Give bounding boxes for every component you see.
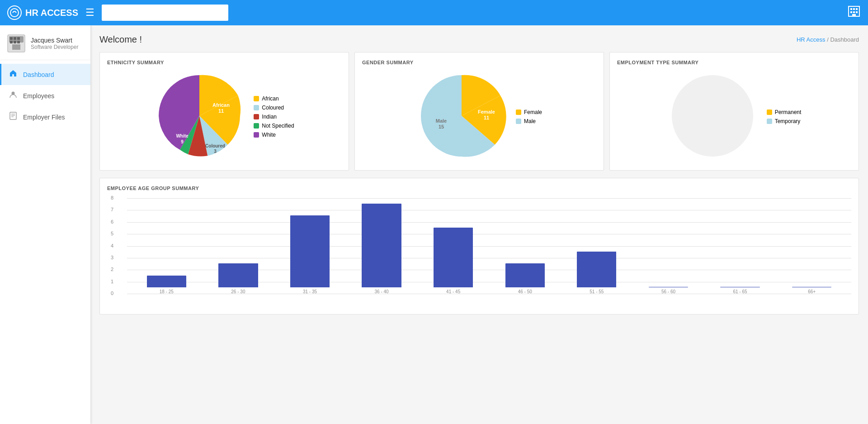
bar-label-36-40: 36 - 40 [375,289,389,294]
legend-item-indian: Indian [254,114,294,120]
svg-rect-11 [10,37,13,40]
sidebar-item-dashboard[interactable]: Dashboard [0,64,90,85]
bar-label-56-60: 56 - 60 [661,289,675,294]
sidebar-profile: Jacques Swart Software Developer [0,25,90,60]
legend-dot-permanent [767,110,772,115]
age-summary-card: EMPLOYEE AGE GROUP SUMMARY 8 7 6 5 4 3 2… [99,178,859,314]
ethnicity-summary-card: ETHNICITY SUMMARY [99,52,349,171]
svg-rect-19 [10,112,16,119]
legend-item-african: African [254,95,294,102]
legend-label-indian: Indian [262,114,277,120]
bar-18-25: 18 - 25 [131,198,203,294]
bar-rect-26-30 [218,263,258,287]
breadcrumb: HR Access / Dashboard [797,36,859,43]
legend-label-male: Male [524,118,536,124]
ethnicity-legend: African Coloured Indian Not Specifi [254,95,294,138]
bar-label-61-65: 61 - 65 [733,289,747,294]
legend-label-temporary: Temporary [775,118,801,124]
sidebar-item-employer-files-label: Employer Files [23,114,65,121]
svg-rect-14 [10,41,13,43]
svg-text:White: White [176,133,189,138]
gender-legend: Female Male [516,109,542,124]
legend-label-coloured: Coloured [262,105,284,111]
person-icon [9,91,18,101]
bar-chart-area: 8 7 6 5 4 3 2 1 0 18 - 25 [107,198,851,307]
legend-item-male: Male [516,118,542,124]
profile-name: Jacques Swart [31,37,78,44]
gender-title: GENDER SUMMARY [362,60,596,65]
legend-dot-indian [254,114,259,119]
bar-label-46-50: 46 - 50 [518,289,532,294]
bar-rect-56-60 [649,287,688,287]
logo-icon [7,5,22,20]
sidebar-navigation: Dashboard Employees [0,60,90,131]
profile-role: Software Developer [31,44,78,50]
sidebar-item-dashboard-label: Dashboard [23,71,54,78]
gender-chart-container: Female 11 Male 15 Female M [362,71,596,163]
app-logo: HR ACCESS [7,5,78,20]
profile-info: Jacques Swart Software Developer [31,37,78,50]
bar-rect-46-50 [505,263,545,287]
legend-dot-not-specified [254,123,259,129]
svg-point-0 [10,9,19,17]
bar-51-55: 51 - 55 [561,198,633,294]
sidebar-item-employees-label: Employees [23,92,54,100]
legend-item-not-specified: Not Specified [254,123,294,129]
svg-rect-17 [12,44,20,50]
employment-type-legend: Permanent Temporary [767,109,802,124]
svg-rect-8 [852,14,856,16]
svg-rect-6 [853,11,855,13]
bar-31-35: 31 - 35 [274,198,346,294]
main-layout: Jacques Swart Software Developer Dashboa… [0,25,868,424]
bar-rect-36-40 [362,204,401,288]
building-icon [847,5,861,21]
bar-rect-61-65 [720,287,760,287]
bar-label-41-45: 41 - 45 [446,289,460,294]
legend-dot-female [516,110,521,115]
bar-rect-66-plus [792,287,831,287]
legend-dot-african [254,96,259,101]
bar-rect-41-45 [434,228,473,288]
employment-type-pie [667,71,758,163]
breadcrumb-current: Dashboard [830,36,859,43]
svg-text:11: 11 [484,115,489,120]
top-navigation: HR ACCESS ☰ [0,0,868,25]
bars-container: 18 - 25 26 - 30 31 - 35 36 - 40 [127,198,851,294]
svg-rect-2 [850,8,852,10]
svg-text:Female: Female [478,109,495,114]
legend-label-female: Female [524,109,542,115]
svg-rect-4 [856,8,858,10]
legend-dot-coloured [254,105,259,110]
bar-rect-18-25 [147,276,186,288]
search-input[interactable] [102,5,228,21]
legend-item-temporary: Temporary [767,118,802,124]
sidebar-item-employees[interactable]: Employees [0,85,90,106]
svg-point-33 [672,75,753,157]
bar-46-50: 46 - 50 [489,198,561,294]
legend-item-permanent: Permanent [767,109,802,115]
bar-label-66-plus: 66+ [808,289,816,294]
legend-dot-white [254,132,259,138]
topnav-right [847,5,861,21]
legend-dot-temporary [767,119,772,124]
summary-row: ETHNICITY SUMMARY [99,52,859,171]
hamburger-button[interactable]: ☰ [85,8,94,18]
home-icon [9,69,18,80]
bar-label-31-35: 31 - 35 [303,289,317,294]
bar-26-30: 26 - 30 [203,198,274,294]
svg-text:11: 11 [218,108,224,114]
bar-label-18-25: 18 - 25 [160,289,174,294]
legend-item-white: White [254,132,294,138]
svg-text:Coloured: Coloured [205,143,225,148]
svg-text:3: 3 [214,149,217,154]
svg-rect-13 [17,37,20,40]
legend-item-female: Female [516,109,542,115]
breadcrumb-parent[interactable]: HR Access [797,36,826,43]
gender-pie: Female 11 Male 15 [416,71,507,163]
bar-66-plus: 66+ [776,198,848,294]
ethnicity-pie: African 11 White 9 Coloured 3 [154,71,245,163]
employment-type-summary-card: EMPLOYMENT TYPE SUMMARY Permanent [609,52,859,171]
sidebar-item-employer-files[interactable]: Employer Files [0,106,90,128]
bar-36-40: 36 - 40 [346,198,418,294]
bar-rect-51-55 [577,252,616,288]
